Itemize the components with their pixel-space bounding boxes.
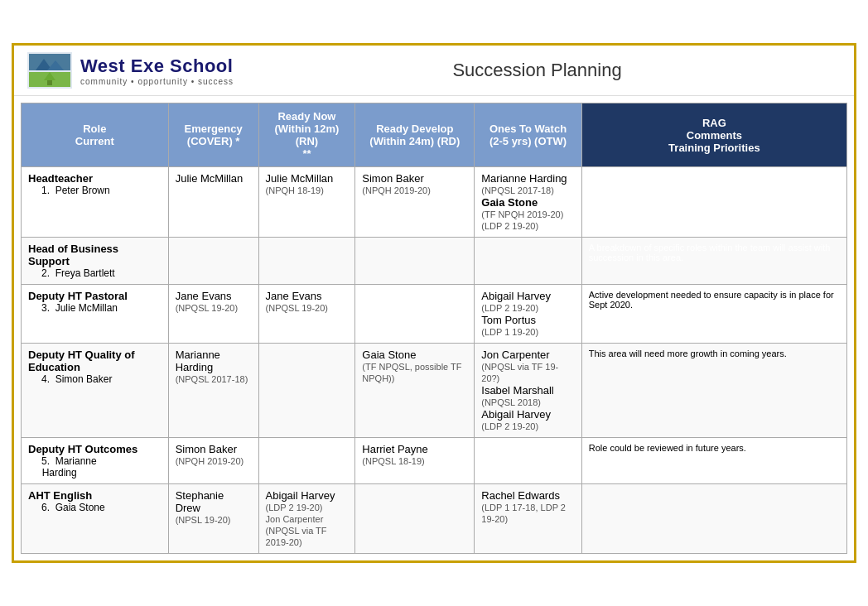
table-row: Deputy HT Quality of Education4. Simon B…	[22, 344, 847, 438]
otw-person: Tom Portus	[481, 314, 536, 326]
table-wrapper: RoleCurrent Emergency(COVER) * Ready Now…	[14, 96, 854, 560]
rag-text: A breakdown of specific roles within the…	[589, 243, 831, 262]
ready-develop-sub: (TF NPQSL, possible TF NPQH))	[362, 362, 461, 383]
ready-now-person-sub: Jon Carpenter	[266, 514, 324, 524]
ready-develop-cell: Simon Baker(NPQH 2019-20)	[355, 167, 475, 238]
ones-to-watch-cell: Jon Carpenter(NPQSL via TF 19-20?)Isabel…	[475, 344, 581, 438]
otw-person: Rachel Edwards	[481, 489, 560, 502]
emergency-person-sub: (NPQH 2019-20)	[176, 456, 244, 466]
emergency-cell: Julie McMillan	[168, 167, 258, 238]
emergency-person: Simon Baker	[176, 443, 237, 455]
otw-person-sub: (NPQSL 2018)	[481, 397, 541, 407]
col-emergency: Emergency(COVER) *	[168, 103, 258, 167]
role-title: AHT English	[28, 489, 92, 502]
school-tagline: community • opportunity • success	[80, 77, 234, 86]
ready-develop-sub: (NPQSL 18-19)	[362, 456, 424, 466]
page-container: West Exe School community • opportunity …	[12, 43, 856, 563]
otw-person-sub: (NPQSL 2017-18)	[481, 185, 554, 195]
emergency-person-sub: (NPSL 19-20)	[176, 515, 231, 525]
ready-now-person: Julie McMillan	[266, 172, 334, 185]
col-rag: RAGCommentsTraining Priorities	[581, 103, 846, 167]
role-number: 2. Freya Bartlett	[28, 267, 115, 279]
role-number: 5. Marianne Harding	[28, 455, 97, 479]
col-role: RoleCurrent	[22, 103, 169, 167]
emergency-cell: Simon Baker(NPQH 2019-20)	[168, 438, 258, 484]
ready-develop-person: Simon Baker	[362, 172, 423, 185]
role-number: 1. Peter Brown	[28, 185, 110, 196]
ready-now-cell: Jane Evans(NPQSL 19-20)	[258, 285, 355, 344]
ones-to-watch-cell: Marianne Harding(NPQSL 2017-18)Gaia Ston…	[475, 167, 581, 238]
emergency-person: Marianne Harding	[176, 349, 220, 373]
ready-develop-person: Harriet Payne	[362, 443, 427, 455]
otw-person: Isabel Marshall	[481, 384, 553, 397]
ready-develop-cell: Gaia Stone(TF NPQSL, possible TF NPQH))	[355, 344, 475, 438]
role-cell: Headteacher1. Peter Brown	[22, 167, 169, 238]
ready-develop-cell: Harriet Payne(NPQSL 18-19)	[355, 438, 475, 484]
ones-to-watch-cell: Abigail Harvey(LDP 2 19-20)Tom Portus(LD…	[475, 285, 581, 344]
succession-table: RoleCurrent Emergency(COVER) * Ready Now…	[21, 103, 847, 554]
otw-person-sub: (LDP 1 19-20)	[481, 327, 538, 337]
otw-person: Abigail Harvey	[481, 408, 551, 421]
otw-person-sub: (LDP 1 17-18, LDP 2 19-20)	[481, 503, 566, 524]
rag-text: Active development needed to ensure capa…	[589, 290, 834, 310]
role-cell: Deputy HT Outcomes5. Marianne Harding	[22, 438, 169, 484]
ready-now-sub: (NPQSL 19-20)	[266, 303, 328, 313]
otw-person: Abigail Harvey	[481, 290, 551, 302]
rag-cell	[581, 167, 846, 238]
table-row: Head of Business Support2. Freya Bartlet…	[22, 238, 847, 285]
rag-cell: A breakdown of specific roles within the…	[581, 238, 846, 285]
ready-develop-sub: (NPQH 2019-20)	[362, 185, 431, 195]
emergency-cell: Jane Evans(NPQSL 19-20)	[168, 285, 258, 344]
table-row: AHT English6. Gaia StoneStephanie Drew(N…	[22, 484, 847, 554]
role-cell: Deputy HT Quality of Education4. Simon B…	[22, 344, 169, 438]
otw-person: Gaia Stone	[481, 196, 538, 209]
ready-now-cell	[258, 238, 355, 285]
logo-area: West Exe School community • opportunity …	[27, 52, 234, 89]
role-number: 4. Simon Baker	[28, 373, 112, 385]
table-row: Deputy HT Pastoral3. Julie McMillanJane …	[22, 285, 847, 344]
role-title: Deputy HT Pastoral	[28, 290, 128, 302]
otw-person: Jon Carpenter	[481, 349, 549, 361]
role-number: 3. Julie McMillan	[28, 302, 118, 314]
ones-to-watch-cell: Rachel Edwards(LDP 1 17-18, LDP 2 19-20)	[475, 484, 581, 554]
rag-cell: This area will need more growth in comin…	[581, 344, 846, 438]
role-title: Deputy HT Quality of Education	[28, 349, 135, 373]
emergency-cell: Marianne Harding(NPQSL 2017-18)	[168, 344, 258, 438]
col-ready-develop: Ready Develop(Within 24m) (RD)	[355, 103, 475, 167]
table-row: Headteacher1. Peter BrownJulie McMillanJ…	[22, 167, 847, 238]
ready-now-person: Jane Evans	[266, 290, 322, 302]
emergency-person: Stephanie Drew	[176, 489, 224, 514]
role-number: 6. Gaia Stone	[28, 502, 105, 513]
rag-cell	[581, 484, 846, 554]
role-title: Deputy HT Outcomes	[28, 443, 137, 455]
ones-to-watch-cell	[475, 238, 581, 285]
page-header: West Exe School community • opportunity …	[14, 46, 854, 96]
emergency-person: Jane Evans	[176, 290, 232, 302]
ready-develop-person: Gaia Stone	[362, 349, 416, 361]
otw-person: Marianne Harding	[481, 172, 567, 185]
rag-cell: Active development needed to ensure capa…	[581, 285, 846, 344]
ready-now-person-sub: (NPQSL via TF 2019-20)	[266, 526, 327, 547]
ready-now-sub: (NPQH 18-19)	[266, 185, 324, 195]
table-header-row: RoleCurrent Emergency(COVER) * Ready Now…	[22, 103, 847, 167]
role-cell: AHT English6. Gaia Stone	[22, 484, 169, 554]
otw-person-sub: (LDP 2 19-20)	[481, 303, 538, 313]
school-name: West Exe School	[80, 55, 234, 77]
rag-text: Role could be reviewed in future years.	[589, 443, 746, 453]
ready-now-cell: Abigail Harvey(LDP 2 19-20)Jon Carpenter…	[258, 484, 355, 554]
otw-person-sub: (LDP 2 19-20)	[481, 421, 538, 431]
role-title: Head of Business Support	[28, 243, 118, 267]
ready-now-cell	[258, 344, 355, 438]
emergency-cell	[168, 238, 258, 285]
emergency-person-sub: (NPQSL 19-20)	[176, 303, 238, 313]
ready-develop-cell	[355, 484, 475, 554]
ready-now-cell	[258, 438, 355, 484]
emergency-person-sub: (NPQSL 2017-18)	[176, 374, 248, 384]
ones-to-watch-cell	[475, 438, 581, 484]
rag-cell: Role could be reviewed in future years.	[581, 438, 846, 484]
emergency-person: Julie McMillan	[176, 172, 244, 185]
rag-text: This area will need more growth in comin…	[589, 349, 787, 358]
ready-now-cell: Julie McMillan(NPQH 18-19)	[258, 167, 355, 238]
ready-now-person: Abigail Harvey	[266, 489, 335, 502]
page-title: Succession Planning	[234, 60, 841, 81]
